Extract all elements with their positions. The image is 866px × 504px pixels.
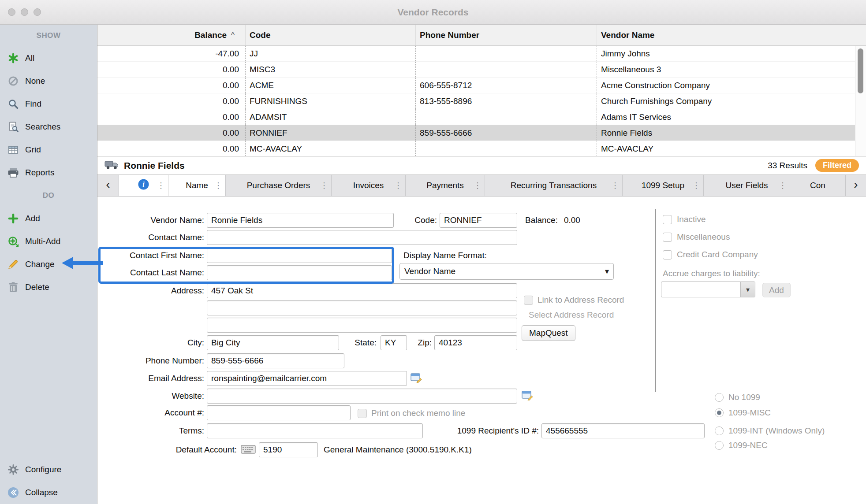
- sidebar-item-searches[interactable]: Searches: [0, 115, 97, 138]
- sidebar-item-label: Find: [25, 99, 41, 109]
- state-label: State:: [338, 335, 377, 350]
- sidebar-item-label: Grid: [25, 145, 41, 155]
- display-name-format-select[interactable]: Vendor Name ▾: [399, 263, 614, 280]
- tab-menu-dots-icon[interactable]: ⋮: [214, 181, 222, 190]
- state-input[interactable]: [381, 335, 407, 350]
- sidebar-item-configure[interactable]: Configure: [0, 458, 97, 481]
- code-input[interactable]: [440, 213, 517, 228]
- email-address-input[interactable]: [207, 371, 407, 386]
- tab-info[interactable]: i ⋮: [119, 175, 168, 196]
- sidebar: SHOW All None Find Searches Grid Reports…: [0, 25, 97, 504]
- miscellaneous-checkbox-row: Miscellaneous: [663, 232, 730, 242]
- table-row-selected[interactable]: 0.00 RONNIEF 859-555-6666 Ronnie Fields: [97, 125, 866, 141]
- column-header-vendor[interactable]: Vendor Name: [597, 25, 855, 45]
- website-input[interactable]: [207, 389, 517, 404]
- tab-menu-dots-icon[interactable]: ⋮: [394, 181, 402, 190]
- record-name: Ronnie Fields: [124, 160, 185, 171]
- 1099-int-radio[interactable]: [715, 426, 724, 435]
- 1099-misc-radio[interactable]: [715, 408, 724, 417]
- default-account-input[interactable]: [259, 442, 318, 457]
- tab-menu-dots-icon[interactable]: ⋮: [692, 181, 700, 190]
- city-input[interactable]: [207, 335, 339, 350]
- vendor-name-input[interactable]: [207, 213, 394, 228]
- sidebar-item-delete[interactable]: Delete: [0, 276, 97, 299]
- accrue-liability-select[interactable]: ▾: [661, 282, 755, 297]
- no-1099-radio[interactable]: [715, 393, 724, 402]
- inactive-checkbox-row: Inactive: [663, 214, 705, 225]
- default-account-label: Default Account:: [97, 442, 237, 457]
- tab-user-fields[interactable]: User Fields ⋮: [703, 175, 790, 196]
- mapquest-button[interactable]: MapQuest: [522, 325, 575, 341]
- zip-input[interactable]: [434, 335, 517, 350]
- account-number-input[interactable]: [207, 405, 351, 420]
- table-row[interactable]: 0.00 FURNISHINGS 813-555-8896 Church Fur…: [97, 93, 866, 109]
- table-row[interactable]: 0.00 ACME 606-555-8712 Acme Construction…: [97, 78, 866, 93]
- table-scrollbar[interactable]: [855, 46, 866, 156]
- none-icon: [7, 76, 19, 86]
- inactive-checkbox[interactable]: [663, 215, 672, 224]
- link-address-label: Link to Address Record: [538, 295, 624, 305]
- tab-contacts-truncated[interactable]: Con: [790, 175, 846, 196]
- tab-name[interactable]: Name ⋮: [168, 175, 225, 196]
- sidebar-item-change[interactable]: Change: [0, 253, 97, 276]
- link-address-checkbox[interactable]: [524, 296, 533, 305]
- tab-recurring-transactions[interactable]: Recurring Transactions ⋮: [485, 175, 622, 196]
- sidebar-item-grid[interactable]: Grid: [0, 138, 97, 161]
- column-header-phone[interactable]: Phone Number: [415, 25, 597, 45]
- address-line2-input[interactable]: [207, 300, 517, 315]
- miscellaneous-checkbox[interactable]: [663, 233, 672, 242]
- table-row[interactable]: 0.00 MC-AVACLAY MC-AVACLAY: [97, 141, 866, 156]
- sidebar-item-collapse[interactable]: Collapse: [0, 481, 97, 504]
- sidebar-item-reports[interactable]: Reports: [0, 161, 97, 184]
- detail-header-bar: Ronnie Fields 33 Results Filtered: [97, 156, 866, 175]
- sidebar-item-none[interactable]: None: [0, 70, 97, 93]
- tabs-scroll-left-button[interactable]: ‹: [97, 175, 119, 196]
- tab-invoices[interactable]: Invoices ⋮: [331, 175, 405, 196]
- document-search-icon: [7, 122, 19, 132]
- contact-name-input[interactable]: [207, 230, 517, 245]
- table-row[interactable]: 0.00 MISC3 Miscellaneous 3: [97, 62, 866, 78]
- select-address-record-button[interactable]: Select Address Record: [529, 310, 614, 320]
- credit-card-company-checkbox[interactable]: [663, 250, 672, 259]
- accrue-add-button[interactable]: Add: [762, 283, 791, 297]
- account-lookup-icon[interactable]: [241, 444, 256, 456]
- tab-purchase-orders[interactable]: Purchase Orders ⋮: [225, 175, 331, 196]
- pencil-icon: [7, 259, 19, 270]
- balance-value: 0.00: [564, 215, 580, 225]
- email-compose-icon[interactable]: [411, 372, 422, 384]
- contact-last-name-input[interactable]: [207, 265, 392, 280]
- sidebar-item-multi-add[interactable]: Multi-Add: [0, 230, 97, 253]
- tab-menu-dots-icon[interactable]: ⋮: [157, 181, 165, 190]
- sidebar-item-all[interactable]: All: [0, 47, 97, 70]
- tab-menu-dots-icon[interactable]: ⋮: [779, 181, 787, 190]
- scrollbar-thumb[interactable]: [858, 48, 863, 93]
- sort-ascending-icon: ^: [231, 31, 235, 40]
- filtered-badge[interactable]: Filtered: [815, 159, 859, 172]
- vendor-list-table: Balance ^ Code Phone Number Vendor Name …: [97, 25, 866, 156]
- tab-menu-dots-icon[interactable]: ⋮: [474, 181, 482, 190]
- contact-first-name-input[interactable]: [207, 248, 392, 263]
- 1099-nec-radio[interactable]: [715, 441, 724, 450]
- address-line1-input[interactable]: [207, 283, 517, 298]
- contact-first-name-label: Contact First Name:: [97, 248, 204, 263]
- results-count: 33 Results: [768, 161, 807, 170]
- column-header-balance[interactable]: Balance ^: [97, 25, 245, 45]
- column-header-code[interactable]: Code: [245, 25, 415, 45]
- code-label: Code:: [380, 213, 437, 228]
- tab-menu-dots-icon[interactable]: ⋮: [320, 181, 328, 190]
- terms-input[interactable]: [207, 423, 423, 438]
- tab-menu-dots-icon[interactable]: ⋮: [611, 181, 619, 190]
- print-memo-checkbox[interactable]: [358, 409, 367, 418]
- tab-payments[interactable]: Payments ⋮: [405, 175, 485, 196]
- sidebar-item-find[interactable]: Find: [0, 93, 97, 115]
- table-row[interactable]: -47.00 JJ Jimmy Johns: [97, 46, 866, 62]
- tab-1099-setup[interactable]: 1099 Setup ⋮: [622, 175, 703, 196]
- address-line3-input[interactable]: [207, 318, 517, 333]
- phone-number-input[interactable]: [207, 353, 344, 368]
- table-row[interactable]: 0.00 ADAMSIT Adams IT Services: [97, 109, 866, 125]
- magnifier-icon: [7, 99, 19, 109]
- sidebar-item-add[interactable]: Add: [0, 207, 97, 230]
- website-launch-icon[interactable]: [522, 390, 533, 402]
- tabs-scroll-right-button[interactable]: ›: [846, 175, 866, 196]
- recipient-id-input[interactable]: [541, 423, 705, 438]
